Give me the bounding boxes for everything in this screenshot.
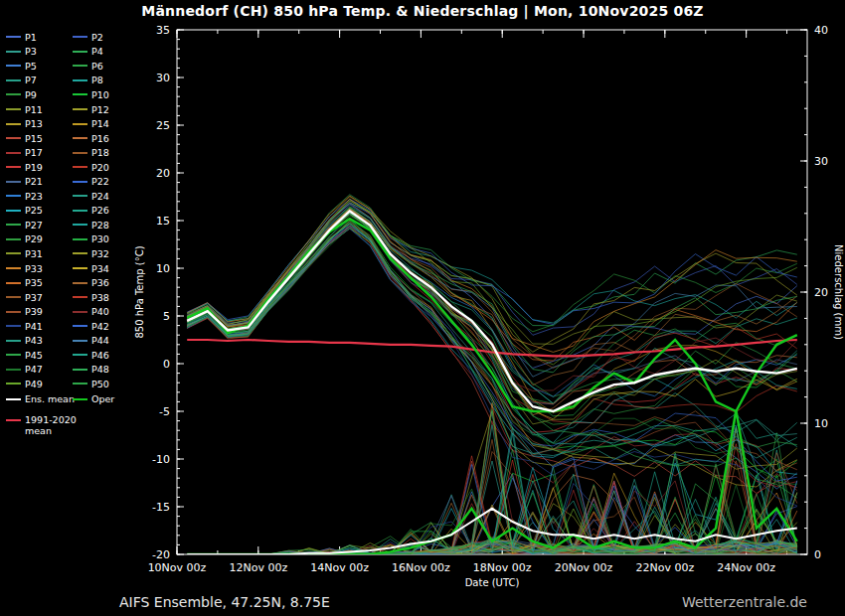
temp-axis-tick-label: 25 — [156, 119, 170, 132]
ensemble-member-temp-line — [187, 214, 797, 443]
x-axis-tick-label: 14Nov 00z — [310, 561, 369, 574]
temp-axis-tick-label: 10 — [156, 262, 170, 275]
ensemble-member-precip-line — [187, 429, 797, 555]
temp-axis-tick-label: -20 — [152, 548, 170, 561]
ensemble-member-temp-line — [187, 212, 797, 391]
oper-precip-line — [187, 410, 797, 554]
temp-axis-tick-label: 20 — [156, 167, 170, 180]
temp-axis-tick-label: 5 — [163, 310, 170, 323]
temp-axis-tick-label: 0 — [163, 358, 170, 371]
ensemble-member-temp-line — [187, 199, 797, 324]
ensemble-member-temp-line — [187, 205, 797, 335]
temp-axis-title: 850 hPa Temp (°C) — [134, 245, 145, 338]
x-axis-tick-label: 12Nov 00z — [229, 561, 287, 574]
ensemble-member-temp-line — [187, 224, 797, 498]
ensemble-member-temp-line — [187, 203, 797, 323]
x-axis-title: Date (UTC) — [465, 577, 520, 588]
model-info-label: AIFS Ensemble, 47.25N, 8.75E — [119, 594, 330, 610]
ensemble-meteogram-page: { "title": "Männedorf (CH) 850 hPa Temp.… — [0, 0, 845, 616]
x-axis-tick-label: 20Nov 00z — [555, 561, 613, 574]
precip-axis-title: Niederschlag (mm) — [833, 244, 844, 340]
x-axis-tick-label: 24Nov 00z — [717, 561, 775, 574]
temp-axis-tick-label: -5 — [159, 405, 170, 418]
ensemble-plot: 10Nov 00z12Nov 00z14Nov 00z16Nov 00z18No… — [0, 0, 845, 616]
temp-axis-tick-label: 15 — [156, 215, 170, 228]
ensemble-member-temp-line — [187, 219, 797, 453]
ensemble-member-precip-line — [187, 410, 797, 554]
temp-axis-tick-label: 30 — [156, 72, 170, 84]
precip-axis-tick-label: 0 — [814, 548, 821, 561]
x-axis-tick-label: 16Nov 00z — [392, 561, 450, 574]
precip-axis-tick-label: 40 — [814, 24, 828, 37]
x-axis-tick-label: 18Nov 00z — [473, 561, 532, 574]
precip-axis-tick-label: 20 — [814, 286, 828, 299]
ensemble-member-temp-line — [187, 197, 797, 352]
site-credit-label: Wetterzentrale.de — [682, 594, 807, 610]
precip-axis-tick-label: 10 — [814, 417, 828, 430]
precip-axis-tick-label: 30 — [814, 155, 828, 168]
ensemble-member-temp-line — [187, 209, 797, 423]
temp-axis-tick-label: -10 — [152, 453, 170, 466]
ensemble-member-temp-line — [187, 196, 797, 352]
x-axis-tick-label: 22Nov 00z — [635, 561, 694, 574]
x-axis-tick-label: 10Nov 00z — [148, 561, 207, 574]
temp-axis-tick-label: -15 — [152, 501, 170, 514]
ensemble-member-temp-line — [187, 209, 797, 419]
ensemble-member-temp-line — [187, 201, 797, 345]
temp-axis-tick-label: 35 — [156, 24, 170, 37]
